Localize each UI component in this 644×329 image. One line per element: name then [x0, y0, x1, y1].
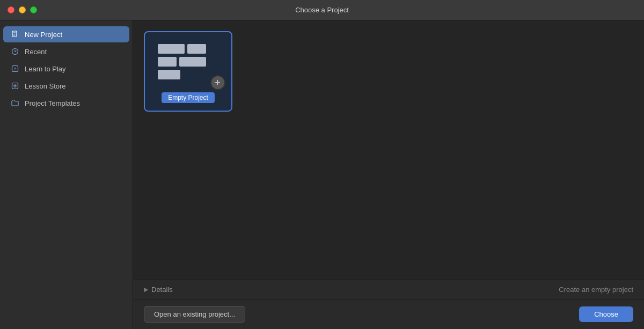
sidebar-item-project-templates-label: Project Templates: [25, 99, 80, 107]
sidebar-item-learn-label: Learn to Play: [25, 65, 66, 73]
card-block: [158, 70, 180, 79]
sidebar-item-new-project-label: New Project: [25, 31, 62, 39]
titlebar: Choose a Project: [0, 0, 644, 20]
sidebar-item-project-templates[interactable]: Project Templates: [3, 95, 129, 111]
actions-row: Open an existing project... Choose: [133, 299, 644, 329]
new-project-icon: [11, 30, 19, 39]
details-row: ▶ Details Create an empty project: [133, 280, 644, 299]
close-button[interactable]: [8, 6, 14, 13]
card-icon-area: +: [153, 40, 223, 88]
card-block: [158, 44, 185, 54]
empty-project-label: Empty Project: [162, 92, 215, 103]
window-title: Choose a Project: [295, 6, 349, 14]
card-row-2: [158, 57, 206, 67]
choose-button[interactable]: Choose: [579, 306, 633, 322]
project-templates-icon: [11, 99, 19, 107]
card-row-3: [158, 70, 180, 79]
card-block: [187, 44, 206, 54]
card-block: [158, 57, 177, 67]
details-label: Details: [151, 286, 173, 294]
svg-text:?: ?: [14, 67, 16, 71]
card-plus-icon: +: [210, 75, 225, 90]
create-hint-label: Create an empty project: [559, 286, 633, 294]
chevron-right-icon: ▶: [144, 286, 148, 293]
main-layout: New Project Recent ? Learn to Play: [0, 20, 644, 329]
empty-project-card[interactable]: + Empty Project: [144, 31, 232, 112]
sidebar: New Project Recent ? Learn to Play: [0, 20, 133, 329]
content-main: + Empty Project: [133, 20, 644, 280]
sidebar-item-new-project[interactable]: New Project: [3, 26, 129, 42]
learn-icon: ?: [11, 64, 19, 73]
window-controls: [8, 6, 37, 13]
sidebar-item-learn-to-play[interactable]: ? Learn to Play: [3, 61, 129, 77]
bottom-bar: ▶ Details Create an empty project Open a…: [133, 280, 644, 329]
sidebar-item-lesson-store-label: Lesson Store: [25, 82, 66, 90]
content-area: + Empty Project ▶ Details Create an empt…: [133, 20, 644, 329]
open-existing-button[interactable]: Open an existing project...: [144, 306, 245, 323]
lesson-store-icon: [11, 82, 19, 90]
card-row-1: [158, 44, 206, 54]
sidebar-item-recent[interactable]: Recent: [3, 43, 129, 60]
card-block: [179, 57, 206, 67]
sidebar-item-recent-label: Recent: [25, 48, 47, 56]
minimize-button[interactable]: [19, 6, 26, 13]
details-toggle[interactable]: ▶ Details: [144, 286, 173, 294]
maximize-button[interactable]: [30, 6, 37, 13]
sidebar-item-lesson-store[interactable]: Lesson Store: [3, 78, 129, 94]
recent-icon: [11, 47, 19, 56]
